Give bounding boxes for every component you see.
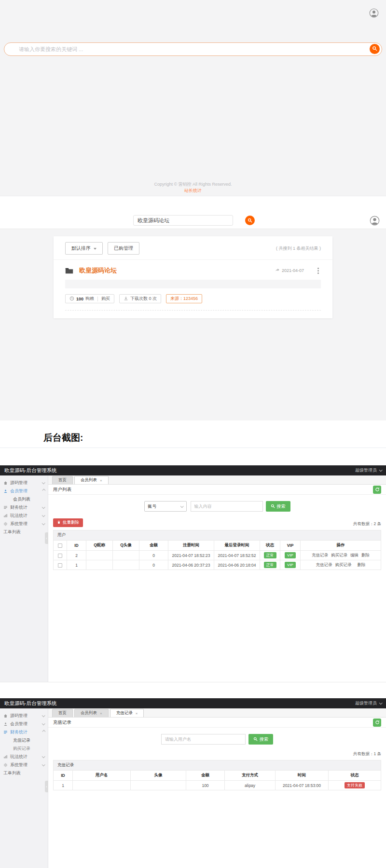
sidebar-item-finance-stats[interactable]: 财务统计: [0, 728, 48, 736]
page: Copyright © 营销控 All Rights Reserved. 站长统…: [0, 0, 386, 868]
tag-divider: [97, 297, 98, 301]
chevron-down-icon: [42, 763, 45, 766]
chevron-down-icon: [379, 701, 383, 705]
admin-account-menu[interactable]: 超级管理员: [355, 467, 382, 474]
op-delete[interactable]: 删除: [358, 562, 366, 567]
tab-home[interactable]: 首页: [52, 709, 73, 717]
sidebar-item-purchase-records[interactable]: 购买记录: [0, 745, 48, 753]
buy-label[interactable]: 购买: [101, 296, 110, 302]
home-icon: [3, 481, 8, 485]
admin-account-menu[interactable]: 超级管理员: [355, 700, 382, 706]
sidebar-item-member-manage[interactable]: 会员管理: [0, 487, 48, 495]
admin-body: 源码管理 会员管理 会员列表 财务统计 玩法: [0, 475, 386, 682]
close-icon[interactable]: ×: [136, 711, 138, 716]
sidebar-collapse-handle[interactable]: ‹: [45, 781, 48, 792]
status-badge: 正常: [264, 562, 276, 568]
admin-brand: 欧皇源码-后台管理系统: [4, 700, 57, 707]
sidebar-item-play-stats[interactable]: 玩法统计: [0, 512, 48, 520]
row-checkbox[interactable]: [58, 563, 62, 568]
vip-badge: VIP: [285, 552, 296, 558]
select-all-checkbox[interactable]: [58, 543, 62, 548]
tab-member-list[interactable]: 会员列表 ×: [74, 476, 109, 484]
close-icon[interactable]: ×: [100, 478, 102, 483]
op-recharge-records[interactable]: 充值记录: [312, 553, 328, 557]
refresh-button[interactable]: [373, 486, 381, 494]
sidebar-item-source-manage[interactable]: 源码管理: [0, 479, 48, 487]
op-purchase-records[interactable]: 购买记录: [335, 562, 352, 567]
chevron-down-icon: [42, 522, 45, 525]
user-icon: [3, 722, 8, 726]
op-edit[interactable]: 编辑: [350, 553, 358, 557]
price-buy-tag[interactable]: 100 狗粮 购买: [65, 294, 114, 303]
results-search-input[interactable]: [133, 215, 233, 226]
search-row: 账号 搜索: [48, 501, 386, 512]
stats-icon: [3, 514, 8, 518]
home-search-bar: [4, 42, 382, 56]
sort-dropdown-button[interactable]: 默认排序: [65, 242, 103, 255]
users-table: ID Q昵称 Q头像 金额 注册时间 最后登录时间 状态 VIP 操作: [53, 540, 381, 570]
sidebar-item-member-list[interactable]: 会员列表: [0, 495, 48, 503]
sidebar-item-ticket-list[interactable]: 工单列表: [0, 769, 48, 777]
user-avatar-icon[interactable]: [369, 8, 379, 18]
search-row: 搜索: [48, 734, 386, 745]
sidebar-item-ticket-list[interactable]: 工单列表: [0, 528, 48, 536]
sidebar-item-source-manage[interactable]: 源码管理: [0, 712, 48, 720]
op-recharge-records[interactable]: 充值记录: [316, 562, 332, 567]
recharge-table: ID 用户名 头像 金额 支付方式 时间 状态 1: [53, 770, 381, 790]
chevron-down-icon: [180, 504, 183, 508]
admin-search-input[interactable]: [161, 734, 246, 745]
chevron-down-icon: [42, 481, 45, 484]
table-toolbar: 批量删除 共有数据：2 条: [53, 518, 381, 527]
home-search-input[interactable]: [4, 43, 382, 55]
home-icon: [3, 714, 8, 718]
sidebar-item-member-manage[interactable]: 会员管理: [0, 720, 48, 728]
op-delete[interactable]: 删除: [361, 553, 370, 557]
footer-stats-link[interactable]: 站长统计: [0, 188, 386, 194]
result-item-tags: 100 狗粮 购买 下载次数 0 次 来源：123456: [54, 288, 332, 303]
search-field-select[interactable]: 账号: [144, 501, 187, 512]
admin-brand: 欧皇源码-后台管理系统: [4, 467, 57, 474]
sidebar-item-system-manage[interactable]: 系统管理: [0, 520, 48, 528]
downloads-tag: 下载次数 0 次: [119, 294, 161, 303]
result-item-date: 2021-04-07: [282, 268, 304, 273]
sidebar-item-system-manage[interactable]: 系统管理: [0, 761, 48, 769]
tab-home[interactable]: 首页: [52, 476, 73, 484]
admin-account-label: 超级管理员: [355, 700, 377, 706]
sidebar-item-play-stats[interactable]: 玩法统计: [0, 753, 48, 761]
results-search-button[interactable]: [245, 216, 255, 225]
user-avatar-icon[interactable]: [370, 216, 380, 226]
admin-search-input[interactable]: [191, 501, 263, 512]
finance-icon: [3, 505, 8, 510]
table-row: 2 0 2021-04-07 18:52:23 2021-04-07 18:52…: [54, 551, 381, 560]
admin-search-button[interactable]: 搜索: [248, 734, 273, 745]
search-button[interactable]: [370, 44, 380, 54]
op-purchase-records[interactable]: 购买记录: [331, 553, 347, 557]
row-checkbox[interactable]: [58, 554, 62, 558]
sidebar-item-finance-stats[interactable]: 财务统计: [0, 503, 48, 512]
admin-sidebar: 源码管理 会员管理 财务统计 充值记录 购买记录: [0, 708, 48, 868]
status-badge: 正常: [264, 552, 276, 558]
refresh-button[interactable]: [373, 719, 381, 727]
sidebar-item-recharge-records[interactable]: 充值记录: [0, 736, 48, 745]
divider: [0, 448, 386, 448]
sort-dropdown-label: 默认排序: [71, 245, 91, 252]
admin-header: 欧皇源码-后台管理系统 超级管理员: [0, 465, 386, 475]
home-section: Copyright © 营销控 All Rights Reserved. 站长统…: [0, 0, 386, 196]
tab-member-list[interactable]: 会员列表 ×: [74, 709, 109, 717]
search-icon: [248, 217, 252, 224]
refresh-icon: [375, 719, 380, 726]
result-count: ( 共搜到 1 条相关结果 ): [276, 245, 321, 252]
tab-recharge-records[interactable]: 充值记录 ×: [110, 709, 144, 717]
table-row: 1 100 alipay 2021-04-07 18:53:00 支付失败: [54, 781, 381, 790]
batch-delete-button[interactable]: 批量删除: [53, 518, 83, 527]
admin-search-button[interactable]: 搜索: [266, 501, 290, 512]
more-options-icon[interactable]: [317, 270, 319, 271]
admin-account-label: 超级管理员: [355, 467, 377, 474]
result-item-title[interactable]: 欧皇源码论坛: [79, 266, 117, 275]
close-icon[interactable]: ×: [100, 711, 102, 716]
sidebar-collapse-handle[interactable]: ‹: [45, 532, 48, 544]
purchased-manage-button[interactable]: 已购管理: [108, 242, 139, 255]
dashed-divider: [65, 310, 321, 311]
table-group-header: 充值记录: [53, 760, 381, 770]
admin-body: 源码管理 会员管理 财务统计 充值记录 购买记录: [0, 708, 386, 868]
